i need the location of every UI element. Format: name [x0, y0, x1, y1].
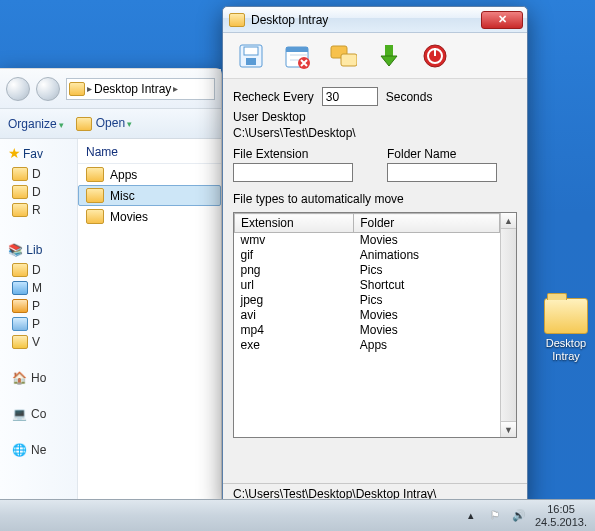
- table-row[interactable]: urlShortcut: [235, 278, 500, 293]
- table-row[interactable]: gifAnimations: [235, 248, 500, 263]
- power-icon: [421, 42, 449, 70]
- folder-icon: [86, 167, 104, 182]
- chevron-right-icon: ▸: [87, 83, 92, 94]
- nav-item[interactable]: V: [0, 333, 77, 351]
- cell-extension: gif: [235, 248, 354, 263]
- cell-folder: Movies: [354, 308, 500, 323]
- cell-folder: Movies: [354, 233, 500, 249]
- folders-button[interactable]: [323, 37, 363, 75]
- title-bar[interactable]: Desktop Intray ✕: [223, 7, 527, 33]
- nav-item[interactable]: D: [0, 261, 77, 279]
- column-header-name[interactable]: Name: [78, 139, 221, 164]
- table-row[interactable]: exeApps: [235, 338, 500, 353]
- cell-folder: Pics: [354, 293, 500, 308]
- nav-forward-button[interactable]: [36, 77, 60, 101]
- table-scrollbar[interactable]: ▲ ▼: [500, 213, 516, 437]
- recheck-label: Recheck Every: [233, 90, 314, 104]
- list-item[interactable]: Misc: [78, 185, 221, 206]
- column-header-extension[interactable]: Extension: [235, 214, 354, 233]
- folder-icon: [86, 188, 104, 203]
- folders-icon: [329, 42, 357, 70]
- folder-icon: [69, 82, 85, 96]
- star-icon: ★: [8, 145, 21, 161]
- list-item-label: Movies: [110, 210, 148, 224]
- chevron-up-icon[interactable]: ▴: [463, 508, 479, 524]
- close-button[interactable]: ✕: [481, 11, 523, 29]
- table-row[interactable]: jpegPics: [235, 293, 500, 308]
- cell-folder: Shortcut: [354, 278, 500, 293]
- nav-item[interactable]: R: [0, 201, 77, 219]
- close-icon: ✕: [498, 13, 507, 26]
- cell-folder: Animations: [354, 248, 500, 263]
- cell-extension: avi: [235, 308, 354, 323]
- recheck-interval-input[interactable]: [322, 87, 378, 106]
- nav-item[interactable]: P: [0, 297, 77, 315]
- folder-icon: [544, 298, 588, 334]
- nav-homegroup[interactable]: 🏠 Ho: [0, 369, 77, 387]
- speaker-icon[interactable]: 🔊: [511, 508, 527, 524]
- scroll-up-icon[interactable]: ▲: [501, 213, 516, 229]
- chevron-right-icon: ▸: [173, 83, 178, 94]
- cell-extension: url: [235, 278, 354, 293]
- explorer-content: Name AppsMiscMovies: [78, 139, 221, 530]
- schedule-delete-button[interactable]: [277, 37, 317, 75]
- explorer-nav-pane: ★Fav D D R 📚 Lib D M P P V 🏠 Ho 💻 Co 🌐 N…: [0, 139, 78, 530]
- power-button[interactable]: [415, 37, 455, 75]
- table-row[interactable]: mp4Movies: [235, 323, 500, 338]
- list-item-label: Apps: [110, 168, 137, 182]
- download-button[interactable]: [369, 37, 409, 75]
- organize-menu[interactable]: Organize▾: [8, 117, 64, 131]
- folder-icon: [86, 209, 104, 224]
- nav-computer[interactable]: 💻 Co: [0, 405, 77, 423]
- toolbar: [223, 33, 527, 79]
- pictures-icon: [12, 299, 28, 313]
- taskbar: ▴ ⚑ 🔊 16:05 24.5.2013.: [0, 499, 595, 531]
- folder-icon: [12, 167, 28, 181]
- music-icon: [12, 281, 28, 295]
- folder-open-icon: [76, 117, 92, 131]
- cell-extension: png: [235, 263, 354, 278]
- list-item-label: Misc: [110, 189, 135, 203]
- nav-item[interactable]: D: [0, 183, 77, 201]
- nav-libraries[interactable]: 📚 Lib: [0, 237, 77, 261]
- seconds-label: Seconds: [386, 90, 433, 104]
- explorer-address-bar: ▸ Desktop Intray ▸: [0, 69, 221, 109]
- nav-item[interactable]: M: [0, 279, 77, 297]
- table-row[interactable]: aviMovies: [235, 308, 500, 323]
- desktop-shortcut-label: DesktopIntray: [541, 337, 591, 363]
- table-row[interactable]: pngPics: [235, 263, 500, 278]
- cell-extension: exe: [235, 338, 354, 353]
- list-item[interactable]: Apps: [78, 164, 221, 185]
- calendar-x-icon: [283, 42, 311, 70]
- app-icon: [229, 13, 245, 27]
- file-extension-label: File Extension: [233, 147, 363, 161]
- flag-icon[interactable]: ⚑: [487, 508, 503, 524]
- settings-form: Recheck Every Seconds User Desktop C:\Us…: [223, 79, 527, 212]
- column-header-folder[interactable]: Folder: [354, 214, 500, 233]
- filetypes-table: Extension Folder wmvMoviesgifAnimationsp…: [233, 212, 517, 438]
- nav-favorites[interactable]: ★Fav: [0, 139, 77, 165]
- scroll-down-icon[interactable]: ▼: [501, 421, 516, 437]
- save-button[interactable]: [231, 37, 271, 75]
- list-item[interactable]: Movies: [78, 206, 221, 227]
- table-row[interactable]: wmvMovies: [235, 233, 500, 249]
- file-extension-input[interactable]: [233, 163, 353, 182]
- desktop-shortcut[interactable]: DesktopIntray: [541, 298, 591, 363]
- taskbar-clock[interactable]: 16:05 24.5.2013.: [535, 503, 587, 529]
- pictures-icon: [12, 317, 28, 331]
- nav-network[interactable]: 🌐 Ne: [0, 441, 77, 459]
- folder-icon: [12, 263, 28, 277]
- cell-extension: mp4: [235, 323, 354, 338]
- folder-name-input[interactable]: [387, 163, 497, 182]
- svg-rect-1: [244, 47, 258, 55]
- nav-back-button[interactable]: [6, 77, 30, 101]
- download-arrow-icon: [375, 42, 403, 70]
- user-desktop-label: User Desktop: [233, 110, 517, 126]
- breadcrumb-text: Desktop Intray: [94, 82, 171, 96]
- breadcrumb[interactable]: ▸ Desktop Intray ▸: [66, 78, 215, 100]
- open-menu[interactable]: Open▾: [76, 116, 132, 131]
- cell-extension: jpeg: [235, 293, 354, 308]
- nav-item[interactable]: D: [0, 165, 77, 183]
- folder-name-label: Folder Name: [387, 147, 517, 161]
- nav-item[interactable]: P: [0, 315, 77, 333]
